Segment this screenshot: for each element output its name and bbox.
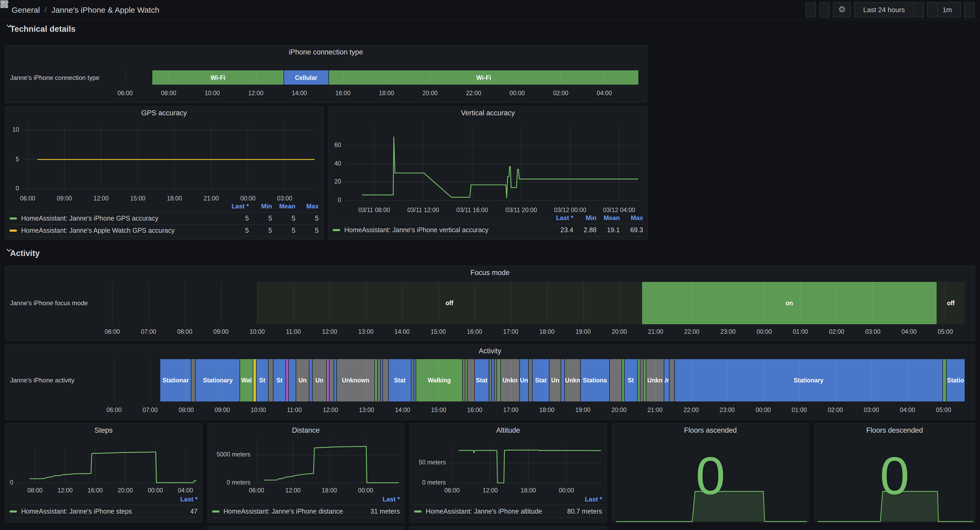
panel-gps: GPS accuracy051006:0009:0012:0015:0018:0… <box>5 106 323 240</box>
grid-line <box>256 70 256 84</box>
grid-line <box>655 359 655 401</box>
timeline-segment: Un <box>312 359 326 401</box>
y-axis-tick-label: 0 <box>5 185 19 191</box>
legend-header: Last * <box>547 496 602 503</box>
legend-stat-header[interactable]: Last * <box>226 202 249 210</box>
zoom-out-time-button[interactable] <box>914 2 924 17</box>
timeline-segment <box>334 359 336 401</box>
axis-tick-label: 00:00 <box>342 487 390 493</box>
section-technical-details[interactable]: Technical details <box>6 24 76 34</box>
timeline-segment <box>411 359 414 401</box>
axis-tick-label: 06:00 <box>101 90 149 96</box>
timeline-segment: Unknown <box>337 359 374 401</box>
timeline-segment: Unkn <box>565 359 580 401</box>
timeline-segment <box>638 359 640 401</box>
grid-line <box>125 70 126 84</box>
panel-title[interactable]: iPhone connection type <box>5 48 646 56</box>
legend-stat-header[interactable]: Last * <box>550 214 573 222</box>
time-range-picker[interactable]: Last 24 hours <box>854 2 914 17</box>
grid-line <box>943 359 944 401</box>
axis-tick-label: 03/11 12:00 <box>399 207 447 213</box>
grid-line <box>547 282 547 324</box>
timeline-segment: Unkn <box>501 359 519 401</box>
grid-line <box>223 359 223 401</box>
timeline-segment: Wi-Fi <box>152 70 283 84</box>
legend-stat-header[interactable]: Last * <box>350 496 400 503</box>
legend-stat-value: 5 <box>272 227 295 234</box>
legend-swatch[interactable] <box>332 229 340 231</box>
grid-line <box>583 359 583 401</box>
series-line <box>458 450 601 483</box>
timeline-segment <box>495 359 496 401</box>
save-dashboard-button[interactable] <box>819 2 830 17</box>
legend-divider <box>212 517 400 518</box>
section-activity[interactable]: Activity <box>6 248 40 258</box>
timeline-segment: off <box>257 282 642 324</box>
timeline-segment <box>414 359 416 401</box>
panel-title[interactable]: Activity <box>5 347 975 355</box>
grid-line <box>294 282 294 324</box>
grid-line <box>258 359 259 401</box>
dashboard-title[interactable]: Janne's iPhone & Apple Watch <box>52 5 159 14</box>
legend-label[interactable]: HomeAssistant: Janne's iPhone GPS accura… <box>21 215 226 222</box>
timeline-segment <box>641 359 643 401</box>
timeline-segment: Wal <box>240 359 253 401</box>
grid-line <box>150 359 151 401</box>
legend-label[interactable]: HomeAssistant: Janne's Apple Watch GPS a… <box>21 227 226 234</box>
grid-line <box>837 282 837 324</box>
timeline-segment: Un <box>296 359 309 401</box>
legend-swatch[interactable] <box>414 511 422 512</box>
legend-label[interactable]: HomeAssistant: Janne's iPhone altitude <box>426 508 547 515</box>
grid-line <box>294 359 295 401</box>
legend-stat-value: 5 <box>226 215 249 222</box>
grid-line <box>366 282 366 324</box>
legend-stat-value: 47 <box>155 508 197 515</box>
legend-stat-header[interactable]: Mean <box>597 214 620 222</box>
legend-label[interactable]: HomeAssistant: Janne's iPhone steps <box>21 508 155 515</box>
y-axis-tick-label: 0 meters <box>410 479 446 485</box>
legend-stat-header[interactable]: Mean <box>272 202 295 210</box>
legend-divider <box>332 236 643 237</box>
legend-stat-header[interactable]: Min <box>249 202 272 210</box>
dashboard-settings-button[interactable]: ⚙ <box>833 2 851 17</box>
legend-stat-value: 5 <box>272 215 295 222</box>
breadcrumb-folder[interactable]: General <box>12 5 40 14</box>
time-range-label: Last 24 hours <box>863 6 905 13</box>
legend-swatch[interactable] <box>212 511 219 512</box>
grid-line <box>186 359 187 401</box>
grid-line <box>691 359 692 401</box>
grid-line <box>402 282 402 324</box>
legend-row: HomeAssistant: Janne's Apple Watch GPS a… <box>10 225 319 236</box>
legend-stat-header[interactable]: Last * <box>547 496 602 503</box>
legend-stat-header[interactable]: Last * <box>155 496 197 503</box>
grid-line <box>185 282 185 324</box>
grid-line <box>221 282 221 324</box>
refresh-interval-picker[interactable]: 1m <box>938 2 961 17</box>
timeline-segment <box>378 359 380 401</box>
legend-stat-value: 5 <box>295 227 319 234</box>
legend-swatch[interactable] <box>10 217 17 220</box>
legend-divider <box>10 517 197 518</box>
legend-label[interactable]: HomeAssistant: Janne's iPhone distance <box>223 508 350 515</box>
legend-swatch[interactable] <box>10 229 17 232</box>
legend-stat-header[interactable]: Min <box>573 214 597 222</box>
legend-stat-header[interactable]: Max <box>620 214 643 222</box>
grid-line <box>439 359 439 401</box>
timeline-segment <box>327 359 329 401</box>
grid-line <box>511 282 511 324</box>
panel-title[interactable]: Focus mode <box>5 269 975 277</box>
legend-label[interactable]: HomeAssistant: Janne's iPhone vertical a… <box>344 226 550 234</box>
kiosk-mode-button[interactable] <box>964 2 975 17</box>
partial-panel <box>207 526 404 530</box>
sparkline-area <box>616 492 807 522</box>
timeline-segment: St <box>274 359 286 401</box>
series-line <box>264 446 399 483</box>
refresh-button[interactable] <box>927 2 938 17</box>
legend-stat-header[interactable]: Max <box>295 202 319 210</box>
legend-swatch[interactable] <box>10 511 17 512</box>
grid-line <box>909 282 910 324</box>
add-panel-button[interactable] <box>805 2 816 17</box>
legend-divider <box>10 505 197 505</box>
legend-header: Last * <box>350 496 400 503</box>
grid-line <box>438 282 439 324</box>
